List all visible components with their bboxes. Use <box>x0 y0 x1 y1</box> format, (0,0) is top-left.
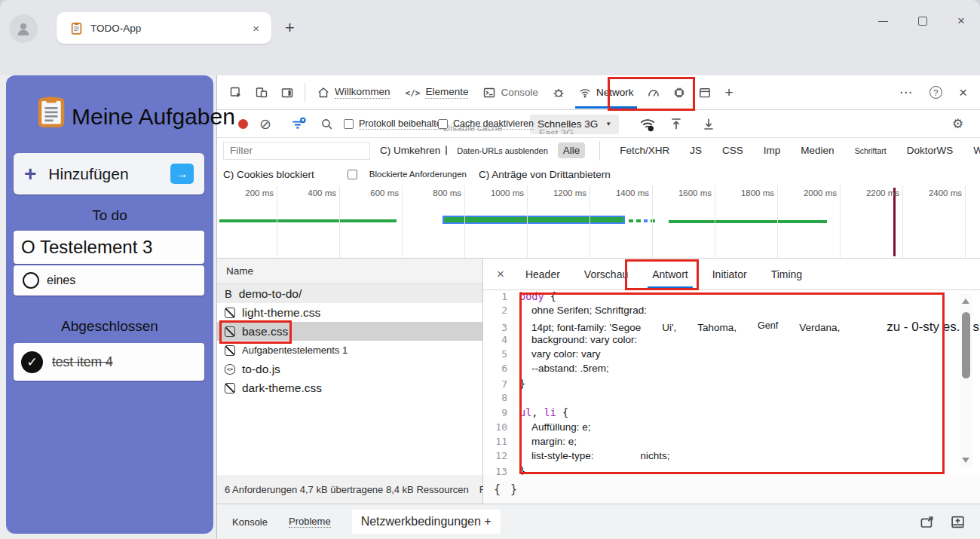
code-token: Tahoma, <box>697 322 737 333</box>
timeline-column: 800 ms <box>403 185 465 258</box>
close-window-button[interactable]: × <box>957 17 965 26</box>
submit-task-button[interactable]: → <box>170 164 194 184</box>
scrollbar[interactable] <box>960 294 972 467</box>
todo-item-2[interactable]: eines <box>14 265 204 296</box>
code-line: 10Auffüllung: e; <box>483 421 980 436</box>
memory-icon[interactable] <box>666 84 692 102</box>
invert-filter-label[interactable]: C) Umkehren <box>380 145 440 156</box>
more-icon[interactable]: ⋯ <box>893 81 920 103</box>
format-button[interactable]: { } <box>494 482 519 496</box>
filter-pill-css[interactable]: CSS <box>717 142 749 158</box>
todo-item-1[interactable]: O Testelement 3 <box>14 231 204 264</box>
filter-pill-fetch-xhr[interactable]: Fetch/XHR <box>614 142 675 158</box>
disable-cache-checkbox[interactable]: Cache deaktivieren <box>438 110 534 138</box>
throttling-dropdown[interactable]: Schnelles 3G ▼ Fast 3G <box>530 110 619 138</box>
filter-toggle-icon[interactable] <box>291 110 306 138</box>
filter-pill-imp[interactable]: Imp <box>758 142 786 158</box>
request-row-light-theme-css[interactable]: light-theme.css <box>217 303 482 322</box>
expand-drawer-icon[interactable] <box>951 515 965 529</box>
request-row-demo-to-do-[interactable]: Bdemo-to-do/ <box>217 284 482 303</box>
tab-close-icon[interactable]: × <box>250 20 262 36</box>
network-timeline[interactable]: 200 ms400 ms600 ms800 ms1000 ms1200 ms14… <box>217 185 980 259</box>
blocked-cookies-label[interactable]: C) Cookies blockiert <box>223 169 314 180</box>
blocked-requests-checkbox-icon[interactable] <box>348 170 357 179</box>
network-conditions-icon[interactable] <box>639 110 656 138</box>
filter-pill-medien[interactable]: Medien <box>795 142 839 158</box>
todo-heading: To do <box>6 207 213 224</box>
record-icon <box>238 119 248 129</box>
drawer-tab-konsole[interactable]: Konsole <box>232 516 268 528</box>
filter-pill-js[interactable]: JS <box>684 142 707 158</box>
code-token: vary color: vary <box>531 348 601 360</box>
code-token: list-style-type: <box>531 450 594 461</box>
invert-checkbox-icon[interactable] <box>446 145 447 155</box>
request-row-to-do-js[interactable]: <>to-do.js <box>217 360 482 378</box>
browser-tab[interactable]: TODO-App × <box>57 12 271 44</box>
drawer-tool-icon[interactable] <box>920 515 934 529</box>
tab-network[interactable]: Network <box>571 75 642 109</box>
help-icon[interactable]: ? <box>923 83 949 102</box>
code-text: background: vary color: <box>515 334 637 345</box>
response-code-view[interactable]: 1body {2ohne Serifen; Schriftgrad:314pt;… <box>483 290 980 475</box>
new-tab-button[interactable]: + <box>285 18 295 38</box>
request-row-aufgabentestelements-1[interactable]: Aufgabentestelements 1 <box>217 341 482 360</box>
scroll-down-icon[interactable] <box>962 458 969 463</box>
response-tab-initiator[interactable]: Initiator <box>703 259 756 289</box>
network-settings-gear-icon[interactable]: ⚙ <box>952 110 963 138</box>
drawer-tab-probleme[interactable]: Probleme <box>289 516 331 528</box>
filter-pill-doktorws[interactable]: DoktorWS <box>902 142 959 158</box>
done-item-1[interactable]: ✓ test item 4 <box>14 343 204 381</box>
filter-pill-war[interactable]: War <box>968 142 980 158</box>
add-tool-icon[interactable]: + <box>718 81 740 104</box>
preserve-log-checkbox[interactable]: Protokoll beibehalten <box>344 110 447 138</box>
request-name: Aufgabentestelements 1 <box>242 345 348 356</box>
scroll-thumb[interactable] <box>962 312 970 378</box>
performance-icon[interactable] <box>641 84 666 102</box>
device-emulation-icon[interactable] <box>249 84 274 102</box>
tab-console[interactable]: Console <box>476 75 546 109</box>
record-button[interactable] <box>238 110 248 138</box>
timeline-tick-label: 1000 ms <box>491 188 524 198</box>
maximize-button[interactable] <box>918 17 927 26</box>
code-token: body <box>519 290 544 302</box>
inspect-icon[interactable] <box>223 84 249 102</box>
code-token: Verdana, <box>799 322 840 333</box>
dock-side-icon[interactable] <box>274 84 300 102</box>
search-icon[interactable] <box>320 110 333 138</box>
response-tab-header[interactable]: Header <box>516 259 569 289</box>
minimize-button[interactable] <box>878 21 888 22</box>
filter-pill-schriftart[interactable]: Schriftart <box>850 144 892 158</box>
close-response-icon[interactable]: × <box>491 267 510 282</box>
bug-icon[interactable] <box>546 84 571 102</box>
filter-pill-alle[interactable]: Alle <box>558 142 586 158</box>
response-tab-antwort[interactable]: Antwort <box>643 259 697 289</box>
import-har-icon[interactable] <box>669 110 683 138</box>
checked-circle-icon[interactable]: ✓ <box>21 351 43 373</box>
code-token: , <box>531 406 544 418</box>
scroll-up-icon[interactable] <box>962 299 969 304</box>
tab-elemente[interactable]: </>Elemente <box>398 75 476 109</box>
clear-network-log-icon[interactable]: ⊘ <box>259 110 271 138</box>
response-tab-timing[interactable]: Timing <box>762 259 812 289</box>
tab-willkommen[interactable]: Willkommen <box>310 75 398 109</box>
export-har-icon[interactable] <box>702 110 715 138</box>
browser-navbar: ← https://microsoftedge.github.io/Demos/… <box>0 45 980 75</box>
drawer-tab-netzwerkbedingungen-[interactable]: Netzwerkbedingungen + <box>352 510 501 534</box>
request-row-base-css[interactable]: base.css <box>217 322 482 341</box>
code-text: ul, li { <box>515 406 568 418</box>
request-row-dark-theme-css[interactable]: dark-theme.css <box>217 378 482 397</box>
hide-data-urls-label[interactable]: Daten-URLs ausblenden <box>457 146 547 155</box>
code-token: ul <box>519 406 531 418</box>
response-tab-vorschau[interactable]: Vorschau <box>575 259 637 289</box>
requests-name-header[interactable]: Name <box>217 259 482 284</box>
third-party-label[interactable]: C) Anträge von Drittanbietern <box>479 169 611 180</box>
blocked-requests-label[interactable]: Blockierte Anforderungen <box>369 170 467 179</box>
profile-avatar[interactable] <box>9 14 38 43</box>
unchecked-circle-icon[interactable] <box>23 272 39 289</box>
timeline-tick-label: 2200 ms <box>866 188 899 198</box>
request-name: dark-theme.css <box>242 381 322 395</box>
filter-input[interactable] <box>223 142 370 160</box>
layout-icon[interactable] <box>692 84 718 102</box>
close-devtools-icon[interactable]: × <box>952 81 974 104</box>
add-task-form[interactable]: + Hinzufügen → <box>14 153 204 194</box>
